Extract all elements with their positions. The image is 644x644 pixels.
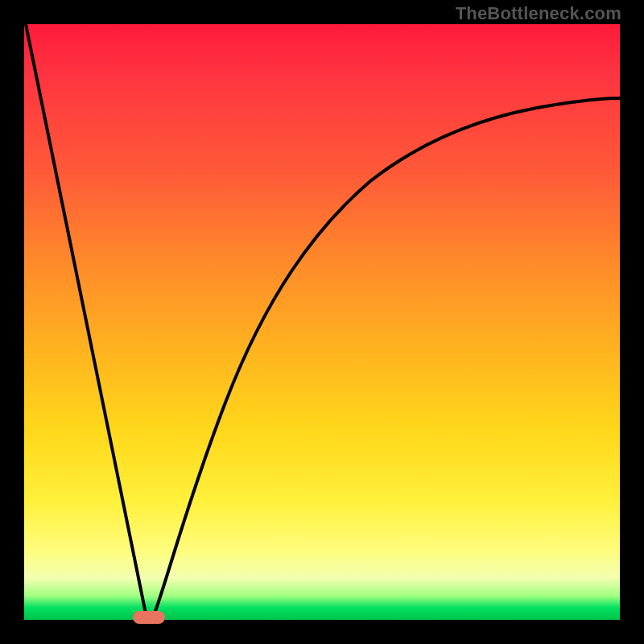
curve-svg bbox=[24, 24, 620, 620]
chart-frame: TheBottleneck.com bbox=[0, 0, 644, 644]
min-marker bbox=[133, 611, 165, 624]
plot-area bbox=[24, 24, 620, 620]
watermark-text: TheBottleneck.com bbox=[456, 3, 621, 24]
bottleneck-curve bbox=[26, 24, 620, 617]
